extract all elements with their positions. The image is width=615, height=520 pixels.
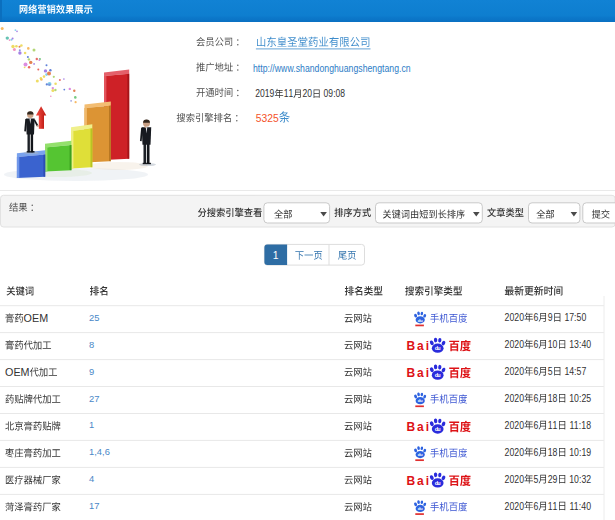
- svg-text:6: 6: [533, 311, 538, 323]
- svg-text:6: 6: [533, 365, 538, 377]
- svg-text:17:50: 17:50: [562, 311, 587, 323]
- svg-text:OEM: OEM: [5, 365, 30, 377]
- svg-text:1: 1: [89, 419, 94, 430]
- svg-text:18: 18: [548, 392, 558, 404]
- svg-text:OEM: OEM: [24, 312, 49, 324]
- svg-text:11: 11: [284, 87, 294, 99]
- svg-text:6: 6: [533, 419, 538, 431]
- svg-text:09:08: 09:08: [321, 87, 345, 99]
- svg-text:2020: 2020: [505, 365, 525, 377]
- svg-text:11:40: 11:40: [567, 500, 592, 512]
- svg-text:2020: 2020: [505, 473, 525, 485]
- svg-text:2020: 2020: [505, 446, 525, 458]
- svg-text:10:19: 10:19: [567, 446, 592, 458]
- svg-text:Bai: Bai: [406, 366, 429, 380]
- svg-text:du: du: [418, 506, 423, 511]
- svg-text:10: 10: [548, 338, 558, 350]
- svg-text:8: 8: [89, 339, 94, 350]
- svg-text:9: 9: [548, 311, 553, 323]
- svg-text:17: 17: [89, 500, 99, 511]
- svg-text:11:18: 11:18: [567, 419, 592, 431]
- svg-text:6: 6: [533, 446, 538, 458]
- svg-text:5: 5: [533, 473, 538, 485]
- svg-text:du: du: [435, 372, 441, 378]
- svg-text:6: 6: [533, 500, 538, 512]
- svg-text:Bai: Bai: [406, 420, 429, 434]
- svg-text:6: 6: [533, 338, 538, 350]
- svg-text:11: 11: [548, 419, 558, 431]
- svg-text:4: 4: [89, 473, 94, 484]
- svg-text:http://www.shandonghuangshengt: http://www.shandonghuangshengtang.cn: [253, 61, 411, 73]
- svg-text:du: du: [435, 480, 441, 486]
- svg-text:5325: 5325: [256, 113, 279, 124]
- svg-text:du: du: [418, 318, 423, 323]
- svg-text:du: du: [435, 345, 441, 351]
- svg-text:2020: 2020: [505, 338, 525, 350]
- svg-text:du: du: [418, 452, 423, 457]
- svg-text:29: 29: [548, 473, 558, 485]
- svg-text:6: 6: [533, 392, 538, 404]
- svg-text:2019: 2019: [255, 87, 274, 99]
- svg-text:2020: 2020: [505, 311, 525, 323]
- svg-text:du: du: [435, 426, 441, 432]
- svg-text:25: 25: [89, 312, 99, 323]
- svg-text:5: 5: [548, 365, 553, 377]
- svg-text:10:32: 10:32: [567, 473, 592, 485]
- svg-text:2020: 2020: [505, 419, 525, 431]
- svg-text:2020: 2020: [505, 500, 525, 512]
- svg-text:11: 11: [548, 500, 558, 512]
- svg-text:27: 27: [89, 393, 99, 404]
- svg-text:10:25: 10:25: [567, 392, 592, 404]
- svg-text:Bai: Bai: [406, 339, 429, 353]
- svg-text:Bai: Bai: [406, 474, 429, 488]
- svg-text:9: 9: [89, 366, 94, 377]
- svg-text:14:57: 14:57: [562, 365, 587, 377]
- svg-text:1: 1: [273, 250, 279, 261]
- svg-text:20: 20: [302, 87, 312, 99]
- svg-text:13:40: 13:40: [567, 338, 592, 350]
- svg-text:du: du: [418, 398, 423, 403]
- svg-text:18: 18: [548, 446, 558, 458]
- svg-text:2020: 2020: [505, 392, 525, 404]
- svg-text:1,4,6: 1,4,6: [89, 446, 110, 457]
